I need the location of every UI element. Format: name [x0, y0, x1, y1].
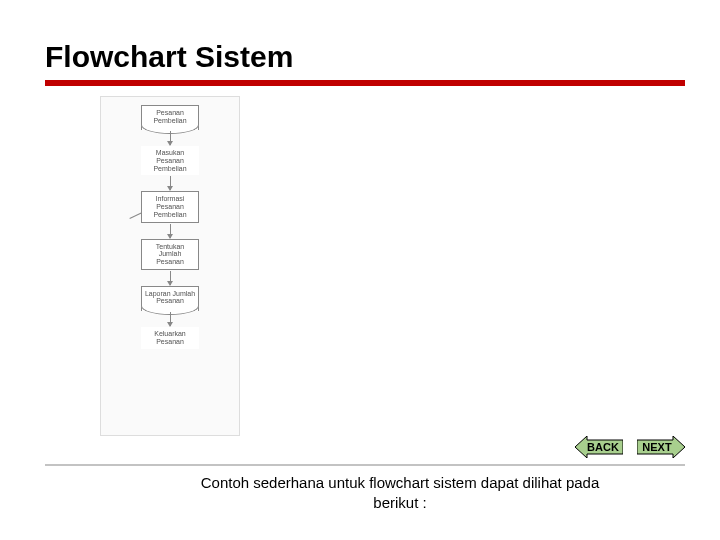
page-title: Flowchart Sistem: [45, 40, 675, 74]
flowchart-node-manual-input: Masukan Pesanan Pembelian: [141, 146, 199, 175]
flowchart-arrow-icon: [170, 176, 171, 190]
flowchart-arrow-icon: [170, 224, 171, 238]
flowchart-node-process: Tentukan Jumlah Pesanan: [141, 239, 199, 270]
title-underline: [45, 80, 685, 86]
slide-caption: Contoh sederhana untuk flowchart sistem …: [0, 473, 720, 512]
next-button[interactable]: NEXT: [637, 436, 685, 458]
content-area: Pesanan Pembelian Masukan Pesanan Pembel…: [45, 96, 675, 436]
flowchart-node-process: Informasi Pesanan Pembelian: [141, 191, 199, 222]
flowchart-node-label: Keluarkan Pesanan: [145, 330, 195, 345]
flowchart-arrow-icon: [170, 271, 171, 285]
flowchart-node-document: Pesanan Pembelian: [141, 105, 199, 130]
bottom-divider: [45, 464, 685, 466]
flowchart-node-label: Masukan Pesanan Pembelian: [145, 149, 195, 172]
flowchart-node-manual-output: Keluarkan Pesanan: [141, 327, 199, 349]
flowchart: Pesanan Pembelian Masukan Pesanan Pembel…: [120, 105, 220, 349]
flowchart-arrow-icon: [170, 312, 171, 326]
nav-buttons: BACK NEXT: [575, 436, 685, 458]
flowchart-arrow-icon: [170, 131, 171, 145]
next-button-label: NEXT: [642, 441, 671, 453]
back-button[interactable]: BACK: [575, 436, 623, 458]
flowchart-image: Pesanan Pembelian Masukan Pesanan Pembel…: [100, 96, 240, 436]
back-button-label: BACK: [587, 441, 619, 453]
flowchart-node-document: Laporan Jumlah Pesanan: [141, 286, 199, 311]
